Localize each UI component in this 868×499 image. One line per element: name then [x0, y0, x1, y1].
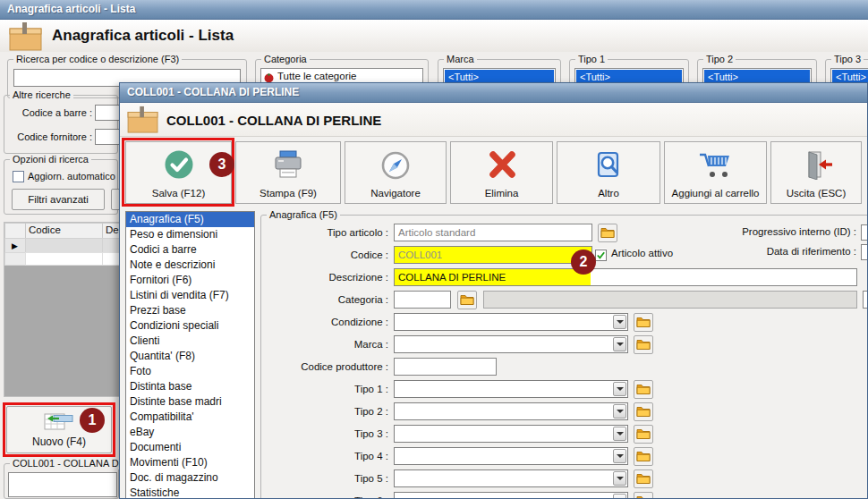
table-row-selector[interactable]	[4, 238, 26, 253]
marca-select[interactable]	[394, 335, 628, 353]
article-dialog: COLL001 - COLLANA DI PERLINE COLL001 - C…	[119, 82, 868, 499]
folder-icon	[636, 337, 651, 353]
nav-item-listini-di-vendita[interactable]: Listini di vendita (F7)	[126, 288, 254, 303]
nav-item-compatibilita[interactable]: Compatibilita'	[126, 410, 254, 425]
tipo-articolo-field[interactable]: Articolo standard	[394, 224, 592, 241]
table-row[interactable]	[25, 238, 103, 253]
dialog-title: COLL001 - COLLANA DI PERLINE	[127, 86, 299, 98]
navigatore-button[interactable]: Navigatore	[345, 141, 447, 204]
exit-door-icon	[771, 149, 861, 183]
progressivo-field[interactable]	[861, 224, 868, 241]
progressivo-label: Progressivo interno (ID) :	[619, 226, 856, 237]
main-header: Anagrafica articoli - Lista	[0, 20, 868, 52]
barcode-input[interactable]	[95, 105, 121, 121]
dialog-titlebar[interactable]: COLL001 - COLLANA DI PERLINE	[120, 83, 867, 103]
nav-item-ebay[interactable]: eBay	[126, 425, 254, 440]
stampa-button[interactable]: Stampa (F9)	[235, 141, 341, 204]
condizione-label: Condizione :	[261, 313, 388, 331]
categoria-code-field[interactable]	[394, 291, 451, 309]
marca-folder-button[interactable]	[634, 335, 653, 354]
altro-button[interactable]: Altro	[557, 141, 660, 204]
nav-item-movimenti[interactable]: Movimenti (F10)	[126, 455, 254, 470]
dropdown-arrow-icon[interactable]	[613, 382, 626, 396]
dropdown-arrow-icon[interactable]	[613, 471, 626, 486]
folder-icon	[460, 292, 474, 309]
dropdown-arrow-icon[interactable]	[613, 315, 626, 329]
tipo6-folder-button[interactable]	[634, 492, 653, 499]
tipo1-select[interactable]	[394, 380, 628, 398]
tipo3-field-label: Tipo 3 :	[261, 425, 388, 443]
categoria-list-item[interactable]: Tutte le categorie	[277, 71, 356, 81]
nav-item-clienti[interactable]: Clienti	[126, 334, 254, 349]
tipo3-folder-button[interactable]	[634, 425, 653, 444]
altro-button-label: Altro	[557, 188, 660, 199]
marca-filter-label: Marca	[444, 54, 477, 65]
tipo4-folder-button[interactable]	[634, 447, 653, 466]
condizione-folder-button[interactable]	[634, 313, 653, 332]
tipo3-select[interactable]	[394, 425, 628, 443]
nav-item-prezzi-base[interactable]: Prezzi base	[126, 303, 254, 318]
navigatore-button-label: Navigatore	[345, 188, 446, 199]
nav-item-peso-e-dimensioni[interactable]: Peso e dimensioni	[126, 227, 254, 242]
supplier-code-label: Codice fornitore :	[6, 131, 92, 142]
tipo5-select[interactable]	[394, 469, 628, 487]
nav-item-note-e-descrizioni[interactable]: Note e descrizioni	[126, 258, 254, 273]
folder-icon	[600, 225, 615, 241]
nav-item-quantita[interactable]: Quantita' (F8)	[126, 349, 254, 364]
nav-item-distinte-base-madri[interactable]: Distinte base madri	[126, 394, 254, 410]
nav-item-statistiche[interactable]: Statistiche	[126, 486, 254, 499]
categoria-extra-field[interactable]	[863, 291, 868, 309]
nav-item-distinta-base[interactable]: Distinta base	[126, 379, 254, 394]
nav-item-anagrafica[interactable]: Anagrafica (F5)	[126, 212, 254, 227]
table-row-selector[interactable]	[4, 252, 26, 266]
articolo-attivo-checkbox[interactable]	[595, 249, 607, 260]
tipo5-folder-button[interactable]	[634, 469, 653, 488]
anagrafica-form-group: Anagrafica (F5) Tipo articolo : Articolo…	[260, 215, 868, 499]
dropdown-arrow-icon[interactable]	[613, 449, 626, 463]
nav-item-fornitori[interactable]: Fornitori (F6)	[126, 273, 254, 288]
table-header-selector	[4, 223, 26, 239]
dialog-header: COLL001 - COLLANA DI PERLINE	[120, 103, 868, 137]
main-page-title: Anagrafica articoli - Lista	[52, 27, 234, 45]
supplier-code-input[interactable]	[95, 129, 121, 145]
main-window-title: Anagrafica articoli - Lista	[7, 3, 135, 15]
elimina-button[interactable]: Elimina	[450, 141, 553, 204]
nav-item-documenti[interactable]: Documenti	[126, 440, 254, 455]
nav-item-foto[interactable]: Foto	[126, 364, 254, 379]
box-icon	[127, 106, 159, 137]
codice-label: Codice :	[261, 246, 388, 264]
codice-field[interactable]: COLL001	[394, 246, 592, 264]
nav-item-condizioni-speciali[interactable]: Condizioni speciali	[126, 318, 254, 334]
descrizione-field[interactable]: COLLANA DI PERLINE	[394, 268, 857, 286]
nav-item-doc-di-magazzino[interactable]: Doc. di magazzino	[126, 470, 254, 486]
main-window-titlebar[interactable]: Anagrafica articoli - Lista	[0, 0, 868, 20]
categoria-folder-button[interactable]	[457, 291, 477, 309]
dropdown-arrow-icon[interactable]	[613, 427, 626, 441]
tipo-articolo-folder-button[interactable]	[598, 224, 617, 242]
tipo-articolo-label: Tipo articolo :	[261, 224, 388, 241]
condizione-select[interactable]	[394, 313, 628, 331]
tipo2-folder-button[interactable]	[634, 402, 653, 421]
tipo1-folder-button[interactable]	[634, 380, 653, 399]
aggiungi-carrello-button[interactable]: Aggiungi al carrello	[664, 141, 767, 204]
tipo2-select[interactable]	[394, 402, 628, 420]
dropdown-arrow-icon[interactable]	[613, 494, 626, 499]
advanced-filters-label: Filtri avanzati	[28, 194, 89, 205]
data-riferimento-field[interactable]	[861, 244, 868, 260]
tipo4-select[interactable]	[394, 447, 628, 465]
table-row[interactable]	[25, 252, 103, 266]
search-group-label: Ricerca per codice o descrizione (F3)	[13, 54, 182, 65]
uscita-button[interactable]: Uscita (ESC)	[770, 141, 862, 204]
advanced-filters-button[interactable]: Filtri avanzati	[12, 189, 105, 210]
codice-produttore-field[interactable]	[394, 358, 497, 376]
auto-update-checkbox[interactable]	[13, 171, 24, 182]
table-header-codice[interactable]: Codice	[25, 223, 103, 239]
annotation-badge-2: 2	[571, 249, 596, 275]
tipo6-select[interactable]	[394, 492, 628, 499]
folder-icon	[636, 471, 651, 487]
dropdown-arrow-icon[interactable]	[613, 337, 626, 351]
app-screen: Anagrafica articoli - Lista Anagrafica a…	[0, 0, 868, 499]
nav-item-codici-a-barre[interactable]: Codici a barre	[126, 242, 254, 258]
dropdown-arrow-icon[interactable]	[613, 404, 626, 419]
results-table[interactable]: Codice Des	[4, 222, 119, 397]
